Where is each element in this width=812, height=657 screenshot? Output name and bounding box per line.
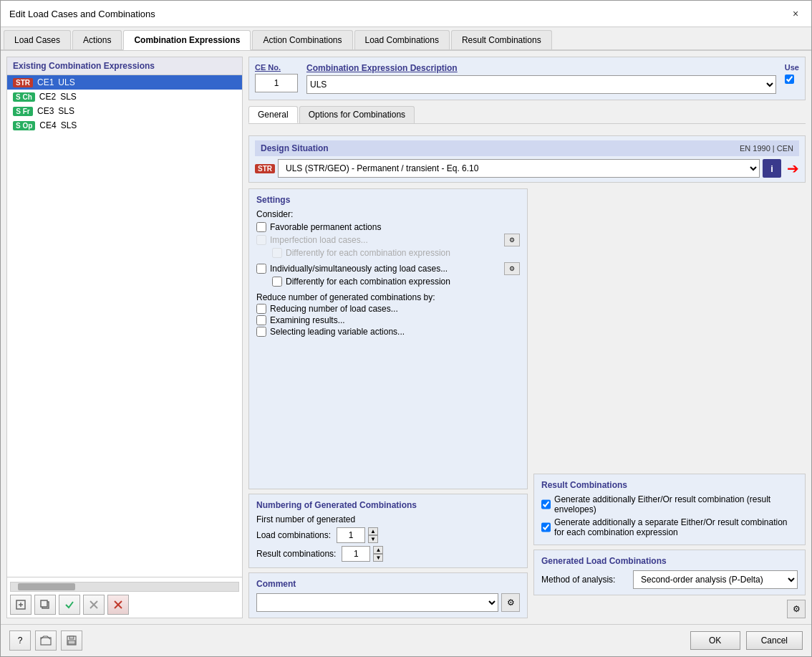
examining-results-label: Examining results... — [270, 315, 345, 325]
col-right: Result Combinations Generate additionall… — [533, 188, 806, 618]
differently-simultaneously-label: Differently for each combination express… — [286, 277, 450, 287]
load-spinner-down[interactable]: ▼ — [368, 535, 378, 543]
list-item[interactable]: STR CE1 ULS — [7, 75, 242, 90]
generate-either-or-label: Generate additionally Either/Or result c… — [554, 494, 798, 514]
copy-button[interactable] — [34, 595, 56, 615]
ce-no-label: CE No. — [255, 63, 281, 72]
selecting-leading-checkbox[interactable] — [256, 327, 266, 337]
individually-settings-btn[interactable]: ⚙ — [504, 262, 520, 275]
favorable-permanent-label: Favorable permanent actions — [270, 222, 381, 232]
use-checkbox[interactable] — [785, 75, 794, 84]
bottom-bar: ? OK Cancel — [1, 624, 811, 656]
method-select[interactable]: Second-order analysis (P-Delta) First-or… — [633, 570, 798, 589]
comment-input[interactable] — [256, 593, 498, 612]
individually-simultaneously-checkbox[interactable] — [256, 264, 266, 274]
comment-box: Comment ⚙ — [248, 572, 528, 618]
list-item[interactable]: S Ch CE2 SLS — [7, 90, 242, 104]
ok-button[interactable]: OK — [690, 631, 740, 650]
ce-no-input[interactable] — [255, 74, 298, 92]
design-situation-row: STR ULS (STR/GEO) - Permanent / transien… — [255, 159, 799, 178]
generate-separate-checkbox[interactable] — [541, 522, 551, 532]
numbering-title: Numbering of Generated Combinations — [256, 500, 520, 510]
help-button[interactable]: ? — [9, 630, 31, 651]
delete-button[interactable] — [107, 595, 129, 615]
use-label: Use — [785, 63, 799, 72]
item-id: CE2 — [39, 92, 56, 102]
bottom-right-buttons: OK Cancel — [690, 631, 803, 650]
result-combinations-row: Result combinations: ▲ ▼ — [256, 546, 520, 562]
generated-load-title: Generated Load Combinations — [541, 556, 798, 566]
svg-rect-4 — [41, 600, 47, 607]
open-button[interactable] — [35, 630, 57, 651]
result-spinner-up[interactable]: ▲ — [373, 546, 383, 554]
design-situation-norm: EN 1990 | CEN — [740, 144, 793, 153]
load-combinations-input[interactable] — [337, 527, 365, 543]
item-desc: SLS — [58, 106, 74, 116]
check-button[interactable] — [59, 595, 80, 615]
tab-result-combinations[interactable]: Result Combinations — [451, 30, 552, 49]
tab-action-combinations[interactable]: Action Combinations — [252, 30, 352, 49]
design-situation-select[interactable]: ULS (STR/GEO) - Permanent / transient - … — [278, 159, 760, 178]
generated-load-combinations-box: Generated Load Combinations Method of an… — [533, 550, 806, 595]
imperfection-settings-btn[interactable]: ⚙ — [504, 234, 520, 246]
use-section: Use — [785, 63, 799, 84]
design-situation-section: Design Situation EN 1990 | CEN STR ULS (… — [248, 135, 806, 183]
right-settings-btn[interactable]: ⚙ — [787, 600, 806, 618]
tag-sch: S Ch — [13, 92, 35, 102]
close-button[interactable]: × — [788, 6, 803, 21]
new-button[interactable] — [10, 595, 32, 615]
tab-load-cases[interactable]: Load Cases — [4, 30, 71, 49]
examining-results-checkbox[interactable] — [256, 315, 266, 325]
result-combinations-spinner: ▲ ▼ — [342, 546, 383, 562]
item-desc: SLS — [61, 120, 77, 130]
item-desc: SLS — [60, 92, 77, 102]
reducing-load-cases-label: Reducing number of load cases... — [270, 304, 398, 314]
load-spinner-up[interactable]: ▲ — [368, 527, 378, 535]
uncheck-button[interactable] — [83, 595, 105, 615]
tab-actions[interactable]: Actions — [72, 30, 122, 49]
load-spinner-arrows: ▲ ▼ — [368, 527, 378, 543]
horizontal-scrollbar[interactable] — [10, 582, 239, 592]
cancel-button[interactable]: Cancel — [746, 631, 803, 650]
info-button[interactable]: i — [763, 159, 781, 178]
reducing-load-cases-row: Reducing number of load cases... — [256, 304, 520, 314]
settings-box: Settings Consider: Favorable permanent a… — [248, 188, 528, 489]
tab-load-combinations[interactable]: Load Combinations — [354, 30, 450, 49]
comment-input-row: ⚙ — [256, 593, 520, 612]
left-toolbar — [10, 595, 239, 615]
left-panel-bottom — [7, 577, 242, 618]
tab-combination-expressions[interactable]: Combination Expressions — [123, 30, 251, 50]
consider-label: Consider: — [256, 209, 520, 219]
description-label: Combination Expression Description — [306, 63, 776, 73]
description-select[interactable]: ULS — [306, 75, 776, 94]
settings-title: Settings — [256, 195, 520, 205]
list-item[interactable]: S Op CE4 SLS — [7, 118, 242, 133]
imperfection-load-checkbox[interactable] — [256, 235, 266, 245]
numbering-box: Numbering of Generated Combinations Firs… — [248, 494, 528, 568]
top-form: CE No. Combination Expression Descriptio… — [248, 57, 806, 100]
save-button[interactable] — [61, 630, 82, 651]
result-combinations-input[interactable] — [342, 546, 370, 562]
load-combinations-label: Load combinations: — [256, 530, 331, 540]
method-row: Method of analysis: Second-order analysi… — [541, 570, 798, 589]
generate-either-or-checkbox[interactable] — [541, 499, 551, 509]
list-item[interactable]: S Fr CE3 SLS — [7, 104, 242, 118]
item-id: CE4 — [39, 120, 56, 130]
right-panel: CE No. Combination Expression Descriptio… — [248, 57, 806, 618]
differently-simultaneously-checkbox[interactable] — [272, 277, 282, 287]
result-combinations-title: Result Combinations — [541, 480, 798, 490]
result-combinations-label: Result combinations: — [256, 549, 336, 559]
generate-separate-label: Generate additionally a separate Either/… — [554, 517, 798, 537]
ce-no-section: CE No. — [255, 63, 298, 92]
comment-title: Comment — [256, 579, 520, 589]
inner-tab-options[interactable]: Options for Combinations — [299, 106, 415, 123]
favorable-permanent-checkbox[interactable] — [256, 222, 266, 232]
differently-imperfection-checkbox[interactable] — [272, 248, 282, 258]
reducing-load-cases-checkbox[interactable] — [256, 304, 266, 314]
inner-tab-general[interactable]: General — [248, 106, 298, 123]
comment-settings-btn[interactable]: ⚙ — [501, 593, 520, 612]
combination-list: STR CE1 ULS S Ch CE2 SLS S Fr CE3 SLS S … — [7, 75, 242, 577]
differently-imperfection-row: Differently for each combination express… — [272, 248, 520, 258]
col-left: Settings Consider: Favorable permanent a… — [248, 188, 528, 618]
result-spinner-down[interactable]: ▼ — [373, 554, 383, 562]
